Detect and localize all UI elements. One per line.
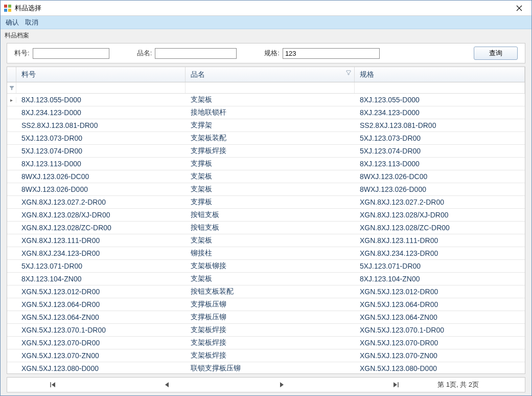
paginator: 第 1页, 共 2页 (7, 377, 525, 392)
table-row[interactable]: 5XJ.123.073-DR00支架板装配5XJ.123.073-DR00 (7, 132, 525, 145)
app-icon (4, 4, 12, 12)
autofilter-name-cell[interactable] (186, 82, 355, 93)
table-row[interactable]: 8WXJ.123.026-D000支架板8WXJ.123.026-D000 (7, 183, 525, 196)
table-row[interactable]: XGN.8XJ.123.028/ZC-DR00按钮支板XGN.8XJ.123.0… (7, 222, 525, 234)
table-row[interactable]: 8WXJ.123.026-DC00支架板8WXJ.123.026-DC00 (7, 170, 525, 183)
cell-code: 8WXJ.123.026-D000 (16, 185, 186, 193)
cell-name: 支架板焊接 (186, 351, 355, 360)
window-title: 料品选择 (15, 4, 507, 13)
cell-name: 支撑板焊接 (186, 146, 355, 156)
cell-name: 支架板 (186, 274, 355, 283)
cell-spec: XGN.5XJ.123.070-ZN00 (355, 351, 525, 360)
table-row[interactable]: XGN.8XJ.123.027.2-DR00支撑板XGN.8XJ.123.027… (7, 196, 525, 209)
svg-rect-0 (4, 5, 7, 8)
table-row[interactable]: XGN.5XJ.123.070-ZN00支架板焊接XGN.5XJ.123.070… (7, 349, 525, 362)
autofilter-indicator-icon (7, 82, 16, 93)
table-row[interactable]: XGN.8XJ.123.111-DR00支架板XGN.8XJ.123.111-D… (7, 234, 525, 247)
cell-code: XGN.5XJ.123.070-ZN00 (16, 351, 186, 360)
cell-code: 8XJ.123.113-D000 (16, 160, 186, 168)
table-row[interactable]: XGN.5XJ.123.080-D000联锁支撑板压铆XGN.5XJ.123.0… (7, 362, 525, 373)
cell-spec: 8WXJ.123.026-DC00 (355, 172, 525, 181)
cell-spec: XGN.5XJ.123.012-DR00 (355, 288, 525, 296)
cell-code: XGN.8XJ.123.028/XJ-DR00 (16, 211, 186, 219)
grid-header-indicator (7, 67, 16, 82)
cell-spec: XGN.5XJ.123.070.1-DR00 (355, 326, 525, 334)
cell-name: 支架板 (186, 185, 355, 194)
table-row[interactable]: XGN.5XJ.123.064-ZN00支撑板压铆XGN.5XJ.123.064… (7, 311, 525, 324)
table-row[interactable]: 8XJ.123.113-D000支撑板8XJ.123.113-D000 (7, 158, 525, 170)
autofilter-code-cell[interactable] (16, 82, 186, 93)
table-row[interactable]: XGN.8XJ.234.123-DR00铆接柱XGN.8XJ.234.123-D… (7, 247, 525, 260)
grid-body[interactable]: ▸8XJ.123.055-D000支架板8XJ.123.055-D0008XJ.… (7, 94, 525, 373)
svg-rect-3 (8, 9, 11, 12)
autofilter-spec-cell[interactable] (355, 82, 525, 93)
cell-spec: XGN.5XJ.123.080-D000 (355, 364, 525, 372)
column-header-name[interactable]: 品名 (186, 67, 355, 82)
cell-name: 支架板 (186, 236, 355, 245)
column-header-spec[interactable]: 规格 (355, 67, 525, 82)
menu-confirm[interactable]: 确认 (6, 18, 19, 27)
filter-panel: 料号: 品名: 规格: 查询 (7, 43, 525, 63)
cell-code: 5XJ.123.071-DR00 (16, 262, 186, 270)
cell-name: 支撑架 (186, 121, 355, 130)
table-row[interactable]: 5XJ.123.074-DR00支撑板焊接5XJ.123.074-DR00 (7, 145, 525, 158)
cell-code: XGN.5XJ.123.080-D000 (16, 364, 186, 372)
grid-header-row: 料号 品名 规格 (7, 67, 525, 82)
page-prev-icon (164, 382, 170, 388)
filter-code-input[interactable] (33, 48, 109, 59)
cell-name: 支架板焊接 (186, 325, 355, 335)
cell-spec: 8XJ.123.104-ZN00 (355, 275, 525, 283)
page-last-button[interactable] (380, 382, 411, 388)
cell-spec: 8WXJ.123.026-D000 (355, 185, 525, 193)
column-header-name-label: 品名 (191, 70, 205, 79)
cell-name: 支架板铆接 (186, 261, 355, 271)
svg-rect-1 (8, 5, 11, 8)
table-row[interactable]: SS2.8XJ.123.081-DR00支撑架SS2.8XJ.123.081-D… (7, 119, 525, 132)
filter-name-input[interactable] (155, 48, 237, 59)
data-grid: 料号 品名 规格 ▸8XJ.123.055-D000支架板8XJ.123.055… (7, 67, 525, 374)
table-row[interactable]: XGN.5XJ.123.064-DR00支撑板压铆XGN.5XJ.123.064… (7, 298, 525, 311)
cell-code: 5XJ.123.074-DR00 (16, 147, 186, 155)
cell-spec: XGN.8XJ.123.111-DR00 (355, 236, 525, 245)
cell-code: SS2.8XJ.123.081-DR00 (16, 121, 186, 129)
cell-code: 5XJ.123.073-DR00 (16, 134, 186, 142)
cell-spec: XGN.8XJ.123.028/ZC-DR00 (355, 224, 525, 232)
cell-spec: 5XJ.123.074-DR00 (355, 147, 525, 155)
page-next-button[interactable] (266, 382, 297, 388)
cell-code: XGN.5XJ.123.064-ZN00 (16, 313, 186, 321)
cell-code: 8WXJ.123.026-DC00 (16, 172, 186, 181)
table-row[interactable]: 5XJ.123.071-DR00支架板铆接5XJ.123.071-DR00 (7, 260, 525, 273)
dialog-window: 料品选择 确认 取消 料品档案 料号: 品名: 规格: 查询 (0, 0, 532, 396)
cell-code: 8XJ.234.123-D000 (16, 108, 186, 117)
filter-spec-input[interactable] (283, 48, 380, 59)
cell-name: 支撑板压铆 (186, 313, 355, 322)
cell-name: 按钮支板 (186, 210, 355, 219)
cell-code: XGN.8XJ.123.027.2-DR00 (16, 198, 186, 206)
table-row[interactable]: ▸8XJ.123.055-D000支架板8XJ.123.055-D000 (7, 94, 525, 106)
table-row[interactable]: XGN.5XJ.123.070.1-DR00支架板焊接XGN.5XJ.123.0… (7, 324, 525, 337)
table-row[interactable]: XGN.5XJ.123.070-DR00支架板焊接XGN.5XJ.123.070… (7, 337, 525, 349)
table-row[interactable]: XGN.8XJ.123.028/XJ-DR00按钮支板XGN.8XJ.123.0… (7, 209, 525, 222)
page-prev-button[interactable] (152, 382, 182, 388)
cell-name: 联锁支撑板压铆 (186, 364, 355, 373)
cell-spec: SS2.8XJ.123.081-DR00 (355, 121, 525, 129)
cell-spec: XGN.5XJ.123.070-DR00 (355, 339, 525, 347)
column-header-code[interactable]: 料号 (16, 67, 186, 82)
column-header-spec-label: 规格 (360, 70, 374, 79)
cell-name: 支架板装配 (186, 134, 355, 143)
cell-name: 按钮支板 (186, 223, 355, 232)
titlebar: 料品选择 (1, 1, 531, 16)
table-row[interactable]: 8XJ.123.104-ZN00支架板8XJ.123.104-ZN00 (7, 273, 525, 285)
close-button[interactable] (507, 1, 530, 15)
column-header-code-label: 料号 (21, 70, 36, 79)
page-first-icon (50, 382, 57, 388)
table-row[interactable]: XGN.5XJ.123.012-DR00按钮支板装配XGN.5XJ.123.01… (7, 285, 525, 298)
table-row[interactable]: 8XJ.234.123-D000接地联锁杆8XJ.234.123-D000 (7, 106, 525, 119)
page-first-button[interactable] (38, 382, 68, 388)
filter-pin-icon[interactable] (346, 70, 351, 76)
row-indicator: ▸ (7, 97, 16, 103)
menu-cancel[interactable]: 取消 (25, 18, 38, 27)
query-button[interactable]: 查询 (474, 47, 518, 60)
page-info-text: 第 1页, 共 2页 (437, 380, 479, 389)
cell-spec: 5XJ.123.071-DR00 (355, 262, 525, 270)
